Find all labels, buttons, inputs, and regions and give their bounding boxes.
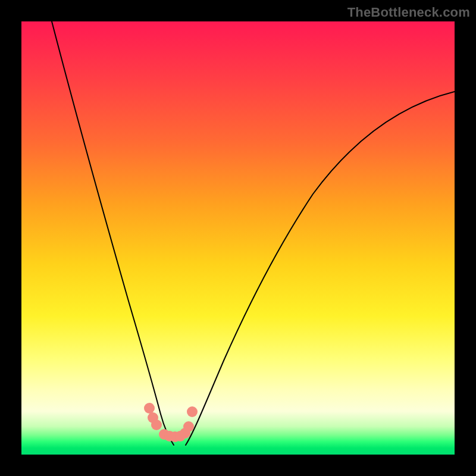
svg-point-8: [183, 421, 194, 432]
dot-cluster: [144, 403, 198, 442]
chart-frame: TheBottleneck.com: [0, 0, 476, 476]
plot-area: [21, 21, 455, 455]
curve-right: [186, 92, 455, 445]
svg-point-0: [144, 403, 155, 414]
svg-point-9: [187, 406, 198, 417]
curves-svg: [21, 21, 455, 455]
svg-point-2: [151, 419, 162, 430]
watermark-text: TheBottleneck.com: [347, 5, 470, 20]
curve-left: [52, 21, 174, 445]
